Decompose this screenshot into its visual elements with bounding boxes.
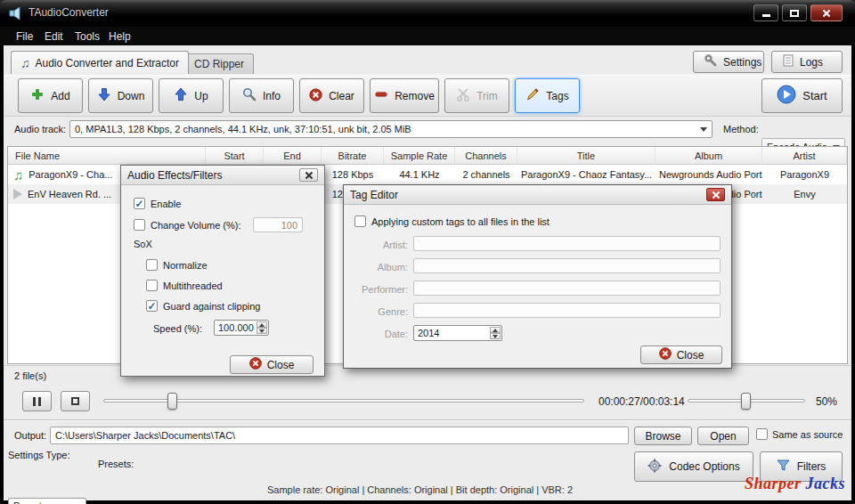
codec-options-label: Codec Options: [669, 460, 739, 473]
info-button[interactable]: Info: [229, 78, 294, 113]
filter-icon: [777, 459, 790, 475]
same-as-source-option[interactable]: Same as source: [756, 428, 843, 440]
enable-checkbox[interactable]: ✓: [134, 198, 145, 209]
browse-button[interactable]: Browse: [634, 427, 692, 445]
normalize-option[interactable]: Normalize: [146, 259, 208, 271]
seek-slider-handle[interactable]: [167, 393, 177, 410]
start-button[interactable]: Start: [761, 78, 843, 113]
gear-icon: [647, 459, 662, 476]
table-header: File Name Start End Bitrate Sample Rate …: [8, 147, 847, 165]
normalize-checkbox[interactable]: [146, 259, 158, 271]
cell-artist: Envy: [762, 184, 847, 204]
spinner-arrows[interactable]: [490, 327, 501, 339]
volume-slider-handle[interactable]: [741, 393, 751, 410]
trim-label: Trim: [476, 90, 498, 102]
genre-field[interactable]: [413, 303, 721, 318]
stop-button[interactable]: [61, 391, 90, 411]
multithreaded-checkbox[interactable]: [146, 280, 158, 291]
menu-edit[interactable]: Edit: [41, 29, 67, 44]
column-title[interactable]: Title: [517, 147, 656, 165]
performer-field[interactable]: [413, 280, 721, 296]
trim-button[interactable]: Trim: [444, 78, 509, 113]
app-icon: [9, 6, 23, 20]
tab-label: CD Ripper: [194, 58, 244, 70]
multithreaded-option[interactable]: Multithreaded: [146, 280, 223, 291]
menu-tools[interactable]: Tools: [71, 29, 103, 44]
remove-button[interactable]: Remove: [370, 78, 439, 113]
minimize-button[interactable]: [753, 4, 778, 21]
effects-close-button[interactable]: Close: [230, 355, 314, 374]
chevron-down-icon: [700, 127, 707, 132]
column-sample-rate[interactable]: Sample Rate: [384, 147, 455, 165]
settings-type-value: Presets: [13, 500, 46, 504]
info-label: Info: [263, 90, 281, 102]
pause-button[interactable]: [22, 391, 52, 411]
settings-button[interactable]: Settings: [693, 51, 764, 73]
column-channels[interactable]: Channels: [455, 147, 517, 165]
clear-icon: [309, 88, 322, 104]
apply-custom-tags-option[interactable]: Applying custom tags to all files in the…: [354, 215, 550, 227]
speed-spinner[interactable]: 100.000: [214, 320, 269, 336]
add-button[interactable]: Add: [18, 78, 83, 113]
column-end[interactable]: End: [264, 147, 322, 165]
column-start[interactable]: Start: [206, 147, 264, 165]
logs-button[interactable]: Logs: [771, 51, 843, 73]
change-volume-option[interactable]: Change Volume (%):: [134, 219, 241, 231]
guard-clipping-checkbox[interactable]: ✓: [146, 300, 158, 312]
change-volume-label: Change Volume (%):: [151, 220, 241, 231]
app-window: TAudioConverter File Edit Tools Help ♫ A…: [0, 0, 855, 504]
audio-track-value: 0, MPA1L3, 128 Kbps, 2 channels, 44.1 KH…: [75, 124, 411, 134]
dialog-close-icon[interactable]: [299, 168, 318, 182]
menu-help[interactable]: Help: [105, 29, 134, 44]
column-file-name[interactable]: File Name: [8, 147, 206, 165]
audio-effects-dialog: Audio Effects/Filters ✓ Enable Change Vo…: [120, 165, 325, 377]
menu-file[interactable]: File: [12, 29, 37, 44]
move-down-button[interactable]: Down: [88, 78, 153, 113]
album-field[interactable]: [413, 258, 721, 273]
guard-clipping-option[interactable]: ✓ Guard against clipping: [146, 300, 260, 312]
audio-track-combobox[interactable]: 0, MPA1L3, 128 Kbps, 2 channels, 44.1 KH…: [69, 120, 712, 138]
column-artist[interactable]: Artist: [762, 147, 847, 165]
magnifier-icon: [242, 87, 256, 104]
move-up-button[interactable]: Up: [159, 78, 224, 113]
enable-option[interactable]: ✓ Enable: [134, 198, 181, 209]
artist-field[interactable]: [413, 236, 721, 251]
speed-value: 100.000: [218, 322, 254, 333]
date-spinner[interactable]: 2014: [413, 325, 502, 341]
output-path-field[interactable]: C:\Users\Sharper Jacks\Documents\TAC\: [50, 427, 629, 444]
open-label: Open: [710, 430, 736, 443]
x-icon: [712, 191, 720, 199]
settings-type-combobox[interactable]: Presets: [8, 498, 86, 504]
open-button[interactable]: Open: [697, 427, 749, 445]
divider: [4, 419, 851, 421]
same-as-source-checkbox[interactable]: [756, 428, 768, 440]
spin-up-icon: [259, 323, 265, 327]
apply-custom-tags-checkbox[interactable]: [354, 215, 366, 227]
close-button[interactable]: [810, 4, 843, 21]
clear-button[interactable]: Clear: [299, 78, 364, 113]
dialog-title-bar: Audio Effects/Filters: [121, 166, 324, 185]
remove-label: Remove: [395, 90, 435, 102]
cell-file: EnV Heaven Rd. ...: [28, 189, 111, 199]
tags-button[interactable]: Tags: [515, 78, 580, 113]
spin-down-icon: [259, 329, 265, 333]
volume-field[interactable]: 100: [253, 217, 303, 232]
tab-audio-converter[interactable]: ♫ Audio Converter and Extractor: [11, 51, 189, 74]
tag-editor-close-button[interactable]: Close: [640, 345, 722, 364]
change-volume-checkbox[interactable]: [134, 219, 145, 231]
same-as-source-label: Same as source: [772, 429, 843, 440]
spinner-arrows[interactable]: [256, 321, 267, 334]
maximize-button[interactable]: [782, 4, 807, 21]
add-icon: [30, 87, 45, 104]
genre-label: Genre:: [353, 306, 408, 317]
cell-sample-rate: 44.1 KHz: [384, 165, 455, 184]
date-label: Date:: [353, 329, 408, 339]
dialog-close-icon[interactable]: [706, 188, 725, 201]
close-label: Close: [267, 359, 295, 371]
column-bitrate[interactable]: Bitrate: [322, 147, 384, 165]
codec-options-button[interactable]: Codec Options: [634, 451, 753, 482]
cell-bitrate: 128 Kbps: [322, 165, 384, 184]
column-album[interactable]: Album: [656, 147, 762, 165]
minus-icon: [374, 87, 388, 104]
close-label: Close: [677, 349, 704, 362]
